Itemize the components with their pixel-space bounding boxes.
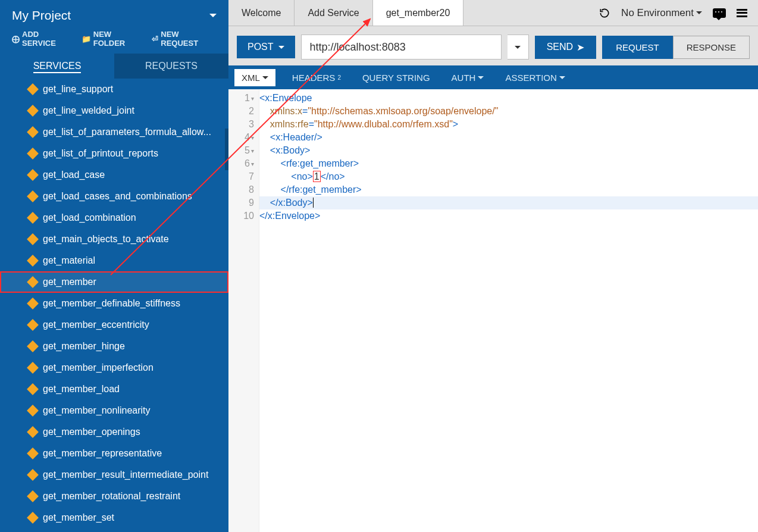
- stack-icon: [27, 383, 39, 395]
- stack-icon: [27, 126, 39, 138]
- service-item-label: get_member_result_intermediate_point: [43, 470, 208, 480]
- tab-headers[interactable]: HEADERS2: [281, 73, 352, 83]
- stack-icon: [27, 405, 39, 417]
- new-request-button[interactable]: ⏎NEW REQUEST: [152, 30, 217, 48]
- stack-icon: [27, 190, 39, 202]
- service-item-label: get_line_welded_joint: [43, 105, 134, 116]
- document-tabs: WelcomeAdd Serviceget_member20: [228, 0, 463, 26]
- stack-icon: [27, 105, 39, 117]
- service-item-label: get_member_representative: [43, 448, 162, 459]
- doc-tab-Welcome[interactable]: Welcome: [228, 0, 295, 26]
- service-item-get_member_set[interactable]: get_member_set: [0, 507, 228, 528]
- service-item-label: get_member_definable_stiffness: [43, 298, 180, 309]
- service-item-get_load_case[interactable]: get_load_case: [0, 164, 228, 186]
- service-item-label: get_member_nonlinearity: [43, 405, 151, 416]
- service-item-label: get_load_combination: [43, 212, 136, 223]
- service-item-get_member_result_intermediate_point[interactable]: get_member_result_intermediate_point: [0, 464, 228, 486]
- stack-icon: [27, 276, 39, 288]
- service-item-label: get_member_openings: [43, 427, 140, 437]
- stack-icon: [27, 340, 39, 352]
- stack-icon: [27, 255, 39, 267]
- service-item-get_member_definable_stiffness[interactable]: get_member_definable_stiffness: [0, 293, 228, 314]
- add-service-button[interactable]: ⨁ADD SERVICE: [12, 30, 73, 48]
- stack-icon: [27, 298, 39, 309]
- service-item-label: get_member_rotational_restraint: [43, 491, 180, 502]
- stack-icon: [27, 469, 39, 481]
- tab-response[interactable]: RESPONSE: [673, 36, 750, 59]
- service-item-get_main_objects_to_activate[interactable]: get_main_objects_to_activate: [0, 229, 228, 250]
- service-item-get_member_set_imperfection[interactable]: get_member_set_imperfection: [0, 528, 228, 532]
- tab-requests[interactable]: REQUESTS: [114, 54, 228, 79]
- service-item-label: get_main_objects_to_activate: [43, 234, 169, 245]
- service-item-label: get_member: [43, 277, 96, 287]
- service-item-get_material[interactable]: get_material: [0, 250, 228, 271]
- stack-icon: [27, 512, 39, 524]
- stack-icon: [27, 233, 39, 245]
- tab-assertion[interactable]: ASSERTION: [494, 73, 575, 83]
- tab-services[interactable]: SERVICES: [0, 54, 114, 79]
- service-item-get_member_representative[interactable]: get_member_representative: [0, 443, 228, 464]
- tab-request[interactable]: REQUEST: [602, 36, 673, 59]
- request-icon: ⏎: [152, 35, 158, 43]
- stack-icon: [27, 362, 39, 374]
- project-dropdown-icon[interactable]: [209, 14, 217, 17]
- plus-icon: ⨁: [12, 35, 20, 43]
- services-list[interactable]: get_line_supportget_line_welded_jointget…: [0, 79, 228, 532]
- url-input[interactable]: http://localhost:8083: [301, 35, 502, 60]
- service-item-get_line_welded_joint[interactable]: get_line_welded_joint: [0, 100, 228, 121]
- url-dropdown[interactable]: [508, 35, 529, 60]
- stack-icon: [27, 319, 39, 331]
- refresh-icon[interactable]: [599, 7, 610, 19]
- tab-query-string[interactable]: QUERY STRING: [352, 73, 441, 83]
- service-item-label: get_member_eccentricity: [43, 320, 149, 330]
- service-item-label: get_line_support: [43, 84, 113, 95]
- stack-icon: [27, 212, 39, 224]
- doc-tab-Add Service[interactable]: Add Service: [295, 0, 372, 26]
- service-item-get_member_load[interactable]: get_member_load: [0, 378, 228, 400]
- service-item-get_member_eccentricity[interactable]: get_member_eccentricity: [0, 314, 228, 336]
- stack-icon: [27, 148, 39, 159]
- new-folder-button[interactable]: 📁NEW FOLDER: [82, 30, 143, 48]
- service-item-get_member_openings[interactable]: get_member_openings: [0, 421, 228, 443]
- service-item-get_member_hinge[interactable]: get_member_hinge: [0, 336, 228, 357]
- service-item-label: get_material: [43, 255, 95, 266]
- service-item-get_member_rotational_restraint[interactable]: get_member_rotational_restraint: [0, 486, 228, 507]
- service-item-get_line_support[interactable]: get_line_support: [0, 79, 228, 100]
- environment-selector[interactable]: No Environment: [621, 7, 702, 19]
- body-format-selector[interactable]: XML: [234, 69, 275, 86]
- main-panel: WelcomeAdd Serviceget_member20 No Enviro…: [228, 0, 758, 532]
- service-item-label: get_member_hinge: [43, 341, 125, 352]
- service-item-get_load_cases_and_combinations[interactable]: get_load_cases_and_combinations: [0, 186, 228, 207]
- service-item-label: get_load_case: [43, 170, 105, 180]
- stack-icon: [27, 447, 39, 459]
- service-item-get_member[interactable]: get_member: [0, 271, 228, 293]
- stack-icon: [27, 169, 39, 181]
- service-item-label: get_load_cases_and_combinations: [43, 191, 192, 202]
- tab-auth[interactable]: AUTH: [441, 73, 495, 83]
- project-title[interactable]: My Project: [12, 8, 71, 23]
- service-item-label: get_member_load: [43, 384, 120, 395]
- stack-icon: [27, 490, 39, 502]
- service-item-get_member_nonlinearity[interactable]: get_member_nonlinearity: [0, 400, 228, 421]
- sidebar: My Project ⨁ADD SERVICE 📁NEW FOLDER ⏎NEW…: [0, 0, 228, 532]
- service-item-label: get_member_set: [43, 512, 114, 523]
- chat-icon[interactable]: [713, 8, 726, 18]
- service-item-get_list_of_printout_reports[interactable]: get_list_of_printout_reports: [0, 143, 228, 164]
- send-arrow-icon: ➤: [577, 42, 584, 53]
- stack-icon: [27, 426, 39, 438]
- menu-icon[interactable]: [737, 9, 747, 17]
- service-item-label: get_list_of_parameters_formula_allow...: [43, 127, 211, 137]
- send-button[interactable]: SEND➤: [535, 36, 596, 59]
- stack-icon: [27, 83, 39, 95]
- folder-icon: 📁: [82, 35, 91, 43]
- code-editor[interactable]: 1▾234▾5▾6▾78910 <x:Envelope xmlns:x="htt…: [228, 89, 758, 532]
- method-selector[interactable]: POST: [237, 36, 295, 58]
- service-item-label: get_member_imperfection: [43, 362, 154, 373]
- service-item-get_member_imperfection[interactable]: get_member_imperfection: [0, 357, 228, 378]
- service-item-label: get_list_of_printout_reports: [43, 148, 158, 159]
- service-item-get_list_of_parameters_formula_allow...[interactable]: get_list_of_parameters_formula_allow...: [0, 121, 228, 143]
- doc-tab-get_member20[interactable]: get_member20: [373, 0, 464, 26]
- service-item-get_load_combination[interactable]: get_load_combination: [0, 207, 228, 229]
